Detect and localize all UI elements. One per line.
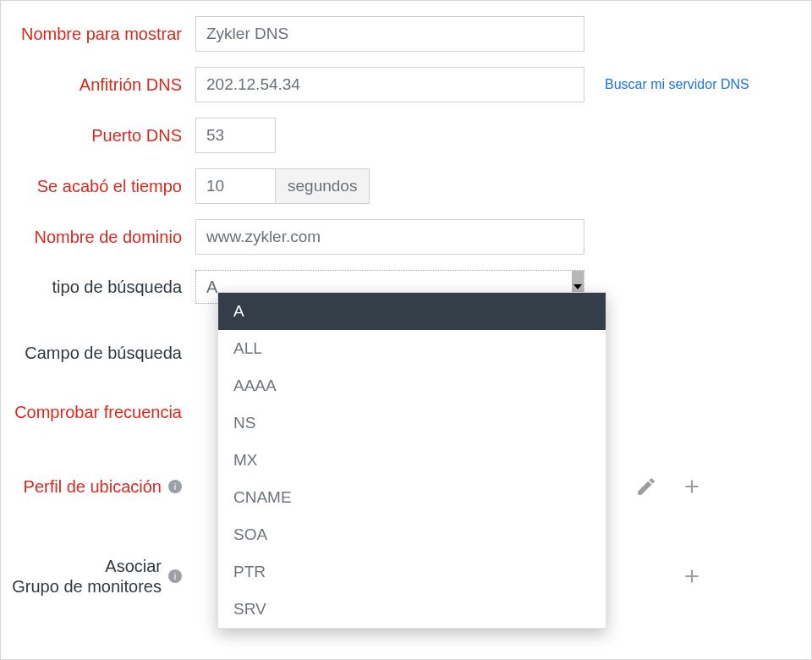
label-associate-monitor-group: Asociar Grupo de monitores i [1,556,195,597]
label-check-frequency: Comprobar frecuencia [1,402,195,422]
dns-port-input[interactable] [195,118,276,153]
domain-name-input[interactable] [195,219,584,255]
label-dns-port: Puerto DNS [1,125,195,146]
search-type-dropdown[interactable]: AALLAAAANSMXCNAMESOAPTRSRV [217,292,606,629]
label-dns-host: Anfitrión DNS [1,74,195,95]
search-type-option[interactable]: AAAA [218,367,606,404]
add-location-profile-button[interactable] [681,476,703,498]
dns-monitor-form: Nombre para mostrar Anfitrión DNS Buscar… [0,0,812,660]
info-icon: i [168,569,182,583]
add-monitor-group-button[interactable] [681,565,703,587]
search-type-option[interactable]: PTR [218,553,606,591]
search-type-value: A [206,278,217,297]
info-icon: i [168,480,182,493]
search-type-option[interactable]: A [218,293,606,330]
search-type-option[interactable]: NS [218,404,606,442]
svg-text:i: i [174,481,176,492]
label-display-name: Nombre para mostrar [1,24,195,44]
label-location-profile: Perfil de ubicación i [1,476,195,497]
label-search-type: tipo de búsqueda [1,277,195,297]
timeout-input[interactable] [195,168,276,204]
row-dns-host: Anfitrión DNS Buscar mi servidor DNS [1,67,796,102]
label-timeout: Se acabó el tiempo [1,176,195,196]
row-dns-port: Puerto DNS [1,118,796,153]
svg-text:i: i [174,571,176,581]
search-type-option[interactable]: CNAME [218,479,606,516]
label-search-field: Campo de búsqueda [1,343,195,363]
search-type-option[interactable]: ALL [218,330,606,367]
lookup-dns-link[interactable]: Buscar mi servidor DNS [605,77,749,92]
row-domain-name: Nombre de dominio [1,219,796,255]
search-type-option[interactable]: MX [218,442,606,479]
timeout-unit-label: segundos [275,168,370,204]
dns-host-input[interactable] [195,67,584,102]
label-domain-name: Nombre de dominio [1,227,195,247]
display-name-input[interactable] [195,16,584,52]
edit-location-profile-button[interactable] [635,476,657,498]
search-type-option[interactable]: SRV [218,591,606,628]
row-display-name: Nombre para mostrar [1,16,796,52]
row-timeout: Se acabó el tiempo segundos [1,168,796,204]
search-type-option[interactable]: SOA [218,516,606,553]
